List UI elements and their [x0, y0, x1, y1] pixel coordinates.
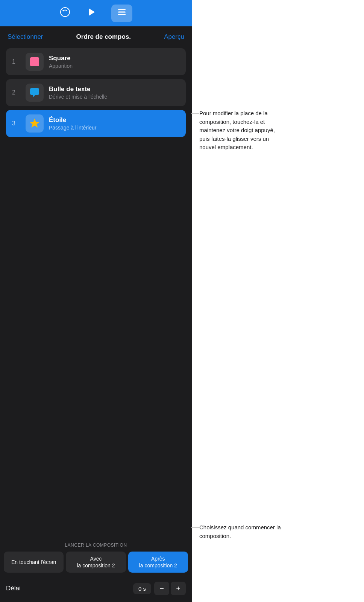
item-icon-box	[26, 53, 44, 71]
trigger-row: En touchant l'écran Avecla composition 2…	[0, 552, 192, 578]
toolbar	[0, 0, 192, 26]
svg-point-11	[191, 527, 192, 528]
page-title: Ordre de compos.	[76, 33, 131, 41]
item-text: Bulle de texte Dérive et mise à l'échell…	[49, 85, 107, 100]
svg-rect-3	[118, 9, 126, 10]
svg-rect-4	[118, 11, 126, 12]
item-subtitle: Dérive et mise à l'échelle	[49, 94, 107, 100]
svg-rect-5	[118, 14, 126, 15]
item-text: Square Apparition	[49, 55, 73, 69]
svg-point-0	[61, 8, 70, 17]
annotation-1: Pour modifier la place de la composition…	[199, 109, 286, 152]
annotation-2-text: Choisissez quand commencer la compositio…	[199, 523, 286, 540]
item-subtitle: Passage à l'intérieur	[49, 125, 96, 131]
decrement-button[interactable]: −	[154, 582, 169, 595]
undo-icon[interactable]	[59, 6, 71, 20]
annotation-1-text: Pour modifier la place de la composition…	[199, 109, 286, 152]
item-title: Square	[49, 55, 73, 62]
item-title: Étoile	[49, 116, 96, 124]
item-number: 1	[12, 58, 20, 65]
increment-button[interactable]: +	[171, 582, 186, 595]
svg-point-9	[191, 113, 192, 114]
delay-controls: 0 s − +	[133, 582, 186, 595]
item-subtitle: Apparition	[49, 63, 73, 69]
item-icon-box	[26, 114, 44, 133]
play-icon[interactable]	[86, 7, 96, 20]
select-button[interactable]: Sélectionner	[8, 33, 43, 41]
delay-label: Délai	[6, 585, 21, 592]
list-item[interactable]: 2 Bulle de texte Dérive et mise à l'éche…	[6, 79, 186, 106]
list-item-selected[interactable]: 3 Étoile Passage à l'intérieur	[6, 110, 186, 137]
app-panel: Sélectionner Ordre de compos. Aperçu 1 S…	[0, 0, 192, 602]
bottom-section: LANCER LA COMPOSITION En touchant l'écra…	[0, 537, 192, 602]
delay-stepper: − +	[154, 582, 186, 595]
svg-marker-2	[89, 8, 95, 16]
trigger-touch-button[interactable]: En touchant l'écran	[4, 552, 64, 573]
item-number: 2	[12, 89, 20, 96]
list-icon[interactable]	[111, 5, 132, 22]
preview-button[interactable]: Aperçu	[164, 33, 184, 41]
delay-row: Délai 0 s − +	[0, 578, 192, 602]
list-item[interactable]: 1 Square Apparition	[6, 48, 186, 75]
delay-value: 0 s	[133, 583, 151, 594]
trigger-with-button[interactable]: Avecla composition 2	[66, 552, 126, 573]
item-number: 3	[12, 120, 20, 127]
trigger-after-button[interactable]: Aprèsla composition 2	[128, 552, 188, 573]
launch-label: LANCER LA COMPOSITION	[0, 537, 192, 552]
item-icon-box	[26, 84, 44, 102]
svg-rect-6	[30, 57, 39, 66]
annotation-2: Choisissez quand commencer la compositio…	[199, 523, 286, 540]
header-row: Sélectionner Ordre de compos. Aperçu	[0, 26, 192, 44]
svg-marker-7	[30, 119, 39, 128]
item-text: Étoile Passage à l'intérieur	[49, 116, 96, 131]
annotation-panel: Pour modifier la place de la composition…	[192, 0, 364, 602]
item-title: Bulle de texte	[49, 85, 107, 93]
composition-list: 1 Square Apparition 2 Bulle d	[0, 44, 192, 537]
